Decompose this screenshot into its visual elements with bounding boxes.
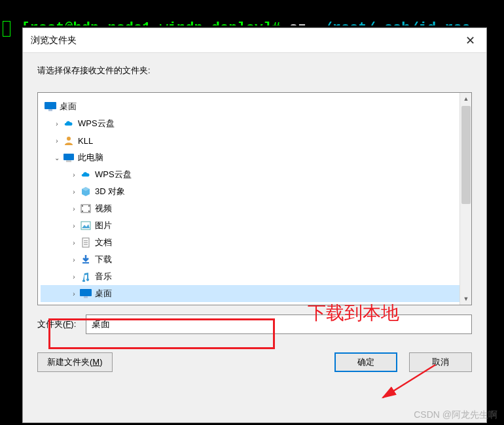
tree-item-documents[interactable]: › 文档 [41,234,471,251]
chevron-right-icon[interactable]: › [69,255,79,264]
button-row: 新建文件夹(M) 确定 取消 [37,352,472,372]
folder-input-row: 文件夹(F): [37,314,472,334]
scrollbar-thumb[interactable] [461,106,471,204]
svg-rect-10 [81,222,90,230]
tree-label: 3D 对象 [95,186,125,197]
tree-label: WPS云盘 [95,169,132,180]
tree-item-3d-objects[interactable]: › 3D 对象 [41,183,471,200]
svg-rect-0 [45,102,56,109]
browse-folder-dialog: 浏览文件夹 ✕ 请选择保存接收文件的文件夹: 桌面 › [22,27,487,423]
tree-item-kll[interactable]: › KLL [41,132,471,149]
tree-item-system-c[interactable]: › 系统 (C:) [41,302,471,305]
tree-label: 此电脑 [78,152,103,163]
cube-icon [80,186,92,197]
chevron-down-icon[interactable]: ⌄ [52,153,62,162]
folder-field-label: 文件夹(F): [37,318,86,330]
ok-button[interactable]: 确定 [334,352,397,372]
svg-rect-4 [66,160,71,162]
svg-rect-3 [63,154,74,160]
tree-item-this-pc[interactable]: ⌄ 此电脑 [41,149,471,166]
svg-point-2 [67,137,71,141]
cancel-button[interactable]: 取消 [409,352,472,372]
scrollbar-vertical[interactable]: ▲ ▼ [459,93,471,305]
dialog-title: 浏览文件夹 [31,35,77,46]
svg-rect-7 [82,211,83,212]
svg-rect-8 [88,205,90,207]
document-icon [80,237,92,248]
folder-tree[interactable]: 桌面 › WPS云盘 › KLL [37,92,472,305]
chevron-right-icon[interactable]: › [69,289,79,298]
tree-item-wps-cloud[interactable]: › WPS云盘 [41,115,471,132]
chevron-right-icon[interactable]: › [69,272,79,281]
tree-item-downloads[interactable]: › 下载 [41,251,471,268]
scroll-up-icon[interactable]: ▲ [460,93,472,105]
close-icon: ✕ [465,33,475,48]
chevron-right-icon[interactable]: › [52,136,62,145]
tree-item-videos[interactable]: › 视频 [41,200,471,217]
chevron-right-icon[interactable]: › [69,187,79,196]
svg-rect-9 [88,211,90,212]
folder-name-input[interactable] [86,314,472,334]
close-button[interactable]: ✕ [454,28,486,53]
music-icon [80,271,92,282]
scroll-down-icon[interactable]: ▼ [460,293,472,305]
tree-label: 桌面 [95,288,112,299]
tree-root-desktop[interactable]: 桌面 [41,98,471,115]
svg-rect-16 [80,289,92,296]
instruction-text: 请选择保存接收文件的文件夹: [37,65,472,76]
pc-icon [63,152,75,163]
svg-rect-1 [48,109,52,111]
chevron-right-icon[interactable]: › [69,238,79,247]
chevron-right-icon[interactable]: › [69,170,79,179]
user-icon [63,135,75,146]
watermark: CSDN @阿龙先生啊 [414,409,497,421]
titlebar: 浏览文件夹 ✕ [23,28,486,53]
tree-label: 文档 [95,237,112,248]
terminal-cursor [3,21,10,37]
tree-label: 下载 [95,254,112,265]
tree-item-desktop-selected[interactable]: › 桌面 [41,285,471,302]
tree-label: 桌面 [60,101,77,112]
chevron-right-icon[interactable]: › [69,204,79,213]
cloud-icon [80,169,92,180]
tree-label: 音乐 [95,271,112,282]
tree-label: WPS云盘 [78,118,115,129]
picture-icon [80,220,92,231]
download-icon [80,254,92,265]
tree-label: KLL [78,136,93,146]
chevron-right-icon[interactable]: › [69,221,79,230]
tree-label: 系统 (C:) [95,305,128,305]
chevron-right-icon[interactable]: › [52,119,62,128]
desktop-icon [45,101,56,112]
tree-item-wps-cloud-2[interactable]: › WPS云盘 [41,166,471,183]
svg-rect-6 [82,205,83,207]
dialog-content: 请选择保存接收文件的文件夹: 桌面 › WPS云盘 [23,53,486,379]
svg-rect-17 [84,296,88,298]
tree-label: 图片 [95,220,112,231]
cloud-icon [63,118,75,129]
tree-item-music[interactable]: › 音乐 [41,268,471,285]
disk-icon [80,305,92,305]
desktop-icon [80,288,92,299]
tree-item-pictures[interactable]: › 图片 [41,217,471,234]
new-folder-button[interactable]: 新建文件夹(M) [37,352,113,372]
video-icon [80,203,92,214]
tree-label: 视频 [95,203,112,214]
